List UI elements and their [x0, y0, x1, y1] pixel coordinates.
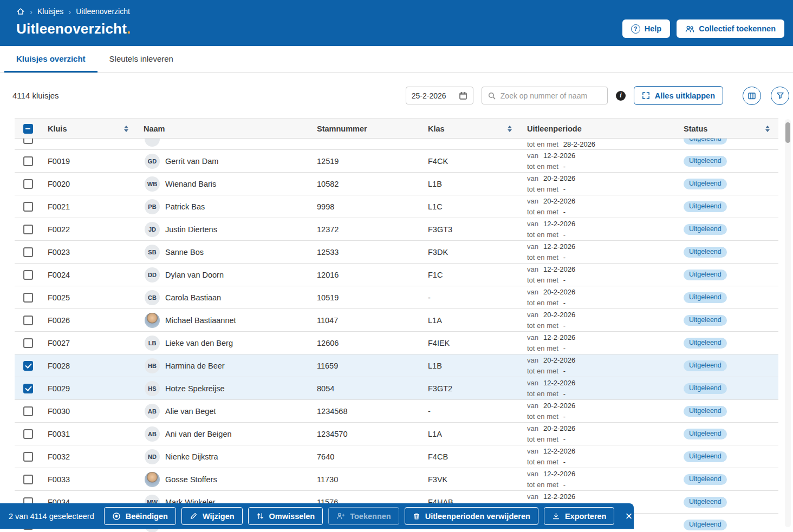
row-checkbox[interactable]	[23, 270, 33, 280]
table-columns-icon	[748, 91, 756, 100]
status-cell: Uitgeleend	[677, 377, 778, 399]
columns-toggle-button[interactable]	[743, 87, 761, 105]
search-box[interactable]	[482, 87, 608, 104]
row-checkbox[interactable]	[23, 475, 33, 484]
table-row[interactable]: F0027 LB Lieke van den Berg 12606 F4IEK …	[15, 332, 778, 354]
naam-cell: WB Wienand Baris	[137, 173, 310, 195]
naam-text: Dylan van Doorn	[165, 271, 224, 279]
person-plus-icon	[336, 512, 345, 520]
status-badge: Uitgeleend	[684, 315, 727, 326]
row-checkbox[interactable]	[23, 247, 33, 257]
avatar: AB	[145, 426, 160, 442]
column-header-kluis[interactable]: Kluis	[41, 119, 137, 139]
kluis-cell: F0031	[41, 423, 137, 445]
date-value: 25-2-2026	[412, 91, 446, 100]
uitleenperiode-cell: van12-2-2026 tot en met-	[521, 218, 677, 240]
avatar: HS	[145, 381, 160, 396]
calendar-icon[interactable]	[459, 91, 467, 100]
table-row[interactable]: F0026 Michael Bastiaannet 11047 L1A van2…	[15, 309, 778, 332]
table-body: van tot en met28-2-2026 Uitgeleend F0019…	[15, 139, 778, 532]
stamnummer-cell: 11659	[310, 354, 421, 377]
kluis-cell: F0029	[41, 377, 137, 399]
help-button[interactable]: Help	[622, 19, 670, 38]
table-row[interactable]: F0032 ND Nienke Dijkstra 7640 F4CB van12…	[15, 445, 778, 468]
column-header-status[interactable]: Status	[677, 119, 778, 139]
exporteren-button[interactable]: Exporteren	[544, 507, 615, 525]
info-circle-icon[interactable]	[616, 91, 626, 101]
table-row[interactable]: van tot en met28-2-2026 Uitgeleend	[15, 139, 778, 150]
uitleenperiode-cell: van tot en met28-2-2026	[521, 139, 677, 150]
avatar: SB	[145, 245, 160, 260]
status-badge: Uitgeleend	[684, 338, 727, 349]
wijzigen-button[interactable]: Wijzigen	[181, 507, 243, 525]
row-checkbox[interactable]	[23, 361, 33, 371]
home-icon[interactable]	[16, 7, 25, 16]
naam-text: Hotze Spekreijse	[165, 384, 225, 393]
klas-cell: F3GT3	[421, 218, 521, 240]
collectief-toekennen-button[interactable]: Collectief toekennen	[677, 19, 784, 38]
breadcrumb-kluisjes[interactable]: Kluisjes	[37, 7, 63, 16]
table-row[interactable]: F0023 SB Sanne Bos 12533 F3DK van12-2-20…	[15, 241, 778, 264]
row-checkbox[interactable]	[23, 452, 33, 462]
row-checkbox[interactable]	[23, 225, 33, 234]
scrollbar-thumb[interactable]	[785, 122, 790, 143]
row-checkbox[interactable]	[23, 406, 33, 416]
row-checkbox[interactable]	[23, 293, 33, 303]
bottom-action-bar: 2 van 4114 geselecteerd Beëindigen Wijzi…	[0, 503, 634, 529]
table-row[interactable]: F0020 WB Wienand Baris 10582 L1B van20-2…	[15, 173, 778, 195]
date-picker[interactable]: 25-2-2026	[406, 87, 473, 104]
table-row[interactable]: F0021 PB Patrick Bas 9998 L1C van20-2-20…	[15, 195, 778, 218]
column-header-klas[interactable]: Klas	[421, 119, 521, 139]
status-badge: Uitgeleend	[684, 201, 727, 212]
table-row[interactable]: F0033 Gosse Stoffers 11730 F3VK van12-2-…	[15, 468, 778, 491]
beeindigen-button[interactable]: Beëindigen	[104, 507, 176, 525]
table-row[interactable]: F0030 AB Alie van Beget 1234568 - van20-…	[15, 400, 778, 423]
uitleenperiode-cell: van20-2-2026 tot en met-	[521, 173, 677, 195]
sort-arrows-icon[interactable]	[508, 126, 512, 132]
table-row[interactable]: F0029 HS Hotze Spekreijse 8054 F3GT2 van…	[15, 377, 778, 400]
row-checkbox[interactable]	[23, 156, 33, 166]
row-checkbox[interactable]	[23, 139, 33, 144]
avatar	[145, 313, 160, 328]
status-badge: Uitgeleend	[684, 224, 727, 235]
tab-kluisjes-overzicht[interactable]: Kluisjes overzicht	[4, 46, 98, 73]
row-checkbox[interactable]	[23, 384, 33, 393]
toekennen-button[interactable]: Toekennen	[328, 507, 399, 525]
row-checkbox[interactable]	[23, 316, 33, 325]
tab-sleutels-inleveren[interactable]: Sleutels inleveren	[98, 46, 185, 73]
table-row[interactable]: F0025 CB Carola Bastiaan 10519 - van20-2…	[15, 286, 778, 309]
klas-cell: L1A	[421, 309, 521, 331]
naam-text: Lieke van den Berg	[165, 339, 233, 347]
table-row[interactable]: F0019 GD Gerrit van Dam 12519 F4CK van12…	[15, 150, 778, 173]
status-badge: Uitgeleend	[684, 179, 727, 189]
row-checkbox[interactable]	[23, 429, 33, 439]
chevron-right-icon: ›	[68, 7, 71, 16]
table-row[interactable]: F0022 JD Justin Diertens 12372 F3GT3 van…	[15, 218, 778, 241]
table-row[interactable]: F0028 HB Harmina de Beer 11659 L1B van20…	[15, 354, 778, 377]
stamnummer-cell: 8054	[310, 377, 421, 399]
vertical-scrollbar[interactable]	[785, 119, 791, 527]
row-checkbox[interactable]	[23, 338, 33, 348]
search-input[interactable]	[500, 91, 602, 100]
chevron-right-icon: ›	[30, 7, 32, 16]
sort-arrows-icon[interactable]	[765, 126, 770, 132]
row-checkbox[interactable]	[23, 179, 33, 189]
avatar: JD	[145, 222, 160, 237]
naam-text: Sanne Bos	[165, 248, 204, 257]
close-icon[interactable]	[625, 510, 632, 522]
select-all-checkbox[interactable]	[23, 124, 33, 134]
sort-arrows-icon[interactable]	[124, 126, 128, 132]
filter-button[interactable]	[771, 87, 789, 105]
breadcrumb-uitleenoverzicht[interactable]: Uitleenoverzicht	[76, 7, 130, 16]
status-badge: Uitgeleend	[684, 139, 727, 145]
omwisselen-button[interactable]: Omwisselen	[248, 507, 323, 525]
uitleenperioden-verwijderen-button[interactable]: Uitleenperioden verwijderen	[405, 507, 538, 525]
row-checkbox[interactable]	[23, 202, 33, 212]
kluis-cell: F0019	[41, 150, 137, 172]
stamnummer-cell: 12016	[310, 264, 421, 286]
table-row[interactable]: F0031 AB Ani van der Beigen 1234570 L1A …	[15, 423, 778, 445]
table-row[interactable]: F0024 DD Dylan van Doorn 12016 F1C van12…	[15, 264, 778, 286]
alles-uitklappen-button[interactable]: Alles uitklappen	[634, 86, 723, 105]
naam-cell: Michael Bastiaannet	[137, 309, 310, 331]
tab-bar: Kluisjes overzicht Sleutels inleveren	[0, 46, 793, 73]
